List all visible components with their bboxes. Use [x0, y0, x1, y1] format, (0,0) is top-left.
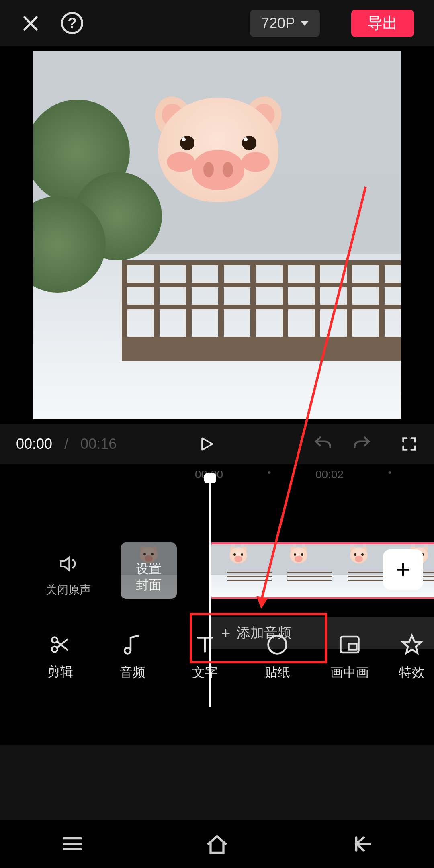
tool-effect[interactable]: 特效 [386, 633, 434, 682]
sticker-icon [265, 633, 289, 657]
system-navbar [0, 820, 434, 868]
svg-rect-6 [349, 644, 357, 650]
tool-edit[interactable]: 剪辑 [24, 633, 96, 681]
time-current: 00:00 [16, 436, 52, 452]
bottom-toolbar: 剪辑 音频 文字 贴纸 画中画 特效 [0, 621, 434, 693]
preview-area [0, 46, 434, 424]
time-separator: / [64, 436, 68, 452]
set-cover-button[interactable]: 设置 封面 [121, 542, 177, 599]
export-label: 导出 [367, 13, 398, 33]
tool-audio[interactable]: 音频 [96, 633, 169, 682]
timeline-area[interactable]: 00:00 00:02 关闭原声 设置 封面 + + 添加 [0, 464, 434, 745]
pip-icon [338, 633, 362, 657]
mute-label: 关闭原声 [44, 582, 92, 598]
resolution-button[interactable]: 720P [250, 10, 320, 37]
text-icon [193, 633, 217, 657]
top-bar: ? 720P 导出 [0, 0, 434, 46]
chevron-down-icon [301, 21, 309, 26]
pig-sticker[interactable] [158, 98, 278, 202]
clip-frame [272, 544, 332, 597]
playhead[interactable] [209, 478, 211, 707]
mute-button[interactable]: 关闭原声 [44, 553, 92, 598]
tool-sticker[interactable]: 贴纸 [241, 633, 313, 682]
playback-bar: 00:00 / 00:16 [0, 424, 434, 464]
play-icon[interactable] [198, 435, 215, 453]
ruler-dot [268, 471, 270, 474]
ruler-dot [389, 471, 391, 474]
time-ruler[interactable]: 00:00 00:02 [0, 468, 434, 484]
nav-back-icon[interactable] [349, 831, 375, 857]
speaker-icon [57, 553, 80, 575]
tool-label: 特效 [386, 664, 434, 682]
export-button[interactable]: 导出 [351, 10, 414, 37]
undo-icon[interactable] [313, 434, 333, 454]
tool-label: 贴纸 [241, 664, 313, 682]
music-note-icon [121, 633, 145, 657]
tool-label: 音频 [96, 664, 169, 682]
set-cover-label: 设置 封面 [121, 561, 177, 593]
time-total: 00:16 [80, 436, 117, 452]
tool-pip[interactable]: 画中画 [313, 633, 386, 682]
tool-label: 画中画 [313, 664, 386, 682]
resolution-label: 720P [261, 15, 295, 32]
star-icon [400, 633, 424, 657]
redo-icon[interactable] [352, 434, 372, 454]
nav-home-icon[interactable] [204, 831, 230, 857]
clip-frame [211, 544, 272, 597]
close-icon[interactable] [20, 13, 41, 34]
nav-recent-icon[interactable] [59, 831, 85, 857]
ruler-tick: 00:02 [315, 468, 344, 481]
add-clip-button[interactable]: + [383, 549, 423, 590]
scissors-icon [49, 633, 72, 656]
video-viewport[interactable] [33, 51, 401, 419]
fullscreen-icon[interactable] [384, 435, 418, 453]
tool-text[interactable]: 文字 [169, 633, 241, 682]
scene-deck [122, 337, 401, 361]
tool-label: 剪辑 [24, 663, 96, 681]
tool-label: 文字 [169, 664, 241, 682]
plus-icon: + [395, 557, 410, 582]
scene-fence [122, 260, 401, 337]
help-icon[interactable]: ? [61, 12, 83, 34]
